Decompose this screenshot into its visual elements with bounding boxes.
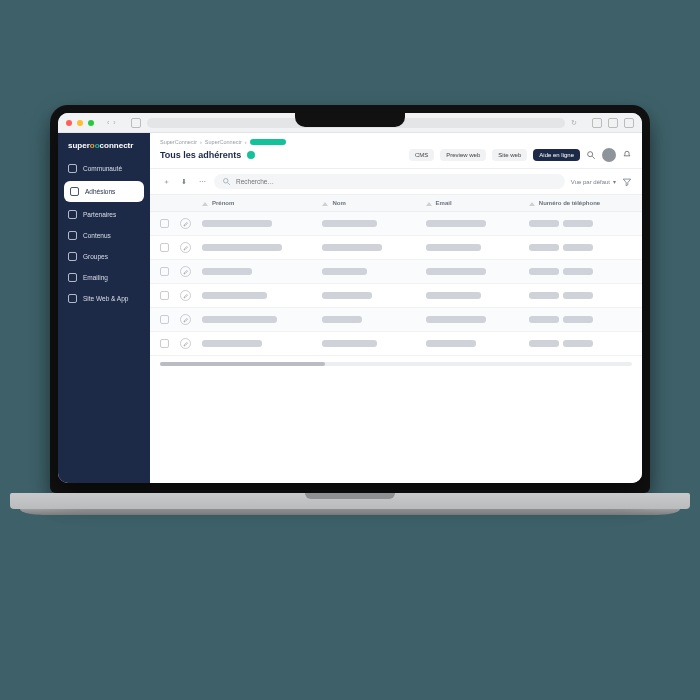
cell-redacted [563,220,593,227]
cell-redacted [426,268,486,275]
sidebar-item-communaute[interactable]: Communauté [58,158,150,179]
monitor-icon [68,294,77,303]
edit-icon[interactable] [180,314,191,325]
help-button[interactable]: Aide en ligne [533,149,580,161]
cell-redacted [202,220,272,227]
page-title: Tous les adhérents [160,150,241,160]
laptop-frame: ‹ › ↻ superooconnectr [50,105,650,515]
notch [295,113,405,127]
filter-icon[interactable] [622,177,632,187]
col-tel[interactable]: Numéro de téléphone [539,200,600,206]
table-header: Prénom Nom Email Numéro de téléphone [150,195,642,212]
cell-redacted [202,268,252,275]
window-minimize-icon[interactable] [77,120,83,126]
cms-button[interactable]: CMS [409,149,434,161]
tabs-icon[interactable] [624,118,634,128]
edit-icon[interactable] [180,218,191,229]
sidebar-item-emailing[interactable]: Emailing [58,267,150,288]
sidebar: superooconnectr Communauté Adhésions Par… [58,133,150,483]
table-row[interactable] [150,212,642,236]
sidebar-item-partenaires[interactable]: Partenaires [58,204,150,225]
sidebar-item-label: Contenus [83,232,111,239]
edit-icon[interactable] [180,242,191,253]
sidebar-item-siteweb-app[interactable]: Site Web & App [58,288,150,309]
mail-icon [68,273,77,282]
brand-part2: connectr [100,141,134,150]
sort-icon[interactable] [529,200,535,206]
cell-redacted [529,340,559,347]
sidebar-item-groupes[interactable]: Groupes [58,246,150,267]
search-field[interactable] [236,178,557,185]
avatar[interactable] [602,148,616,162]
new-tab-icon[interactable] [608,118,618,128]
col-nom[interactable]: Nom [332,200,345,206]
sidebar-item-label: Adhésions [85,188,115,195]
sort-icon[interactable] [322,200,328,206]
window-zoom-icon[interactable] [88,120,94,126]
sort-icon[interactable] [202,200,208,206]
row-checkbox[interactable] [160,243,169,252]
breadcrumb-current [250,139,286,145]
edit-icon[interactable] [180,290,191,301]
chevron-down-icon: ▾ [613,178,616,185]
svg-line-3 [228,183,230,185]
cell-redacted [563,340,593,347]
table-row[interactable] [150,284,642,308]
cell-redacted [563,292,593,299]
search-icon[interactable] [586,150,596,160]
cell-redacted [322,268,367,275]
news-icon [68,231,77,240]
cell-redacted [322,220,377,227]
sidebar-item-adhesions[interactable]: Adhésions [64,181,144,202]
more-button[interactable]: ⋯ [196,176,208,188]
window-close-icon[interactable] [66,120,72,126]
cell-redacted [426,340,476,347]
edit-icon[interactable] [180,338,191,349]
bell-icon[interactable] [622,150,632,160]
edit-icon[interactable] [180,266,191,277]
site-web-button[interactable]: Site web [492,149,527,161]
row-checkbox[interactable] [160,219,169,228]
sidebar-item-contenus[interactable]: Contenus [58,225,150,246]
sidebar-item-label: Site Web & App [83,295,128,302]
search-input[interactable] [214,174,565,189]
laptop-foot [20,509,680,515]
cell-redacted [322,340,377,347]
screen: ‹ › ↻ superooconnectr [58,113,642,483]
horizontal-scrollbar[interactable] [160,362,632,366]
table-row[interactable] [150,236,642,260]
table-row[interactable] [150,308,642,332]
breadcrumb-item[interactable]: SuperConnectr [205,139,242,145]
group-icon [68,252,77,261]
reload-icon[interactable]: ↻ [571,119,577,127]
table-row[interactable] [150,332,642,356]
cell-redacted [426,244,481,251]
forward-icon[interactable]: › [113,119,115,126]
breadcrumb-item[interactable]: SuperConnectr [160,139,197,145]
view-selector[interactable]: Vue par défaut ▾ [571,178,616,185]
cell-redacted [322,316,362,323]
preview-web-button[interactable]: Preview web [440,149,486,161]
brand-part1: super [68,141,90,150]
row-checkbox[interactable] [160,267,169,276]
main-panel: SuperConnectr › SuperConnectr › Tous les… [150,133,642,483]
cell-redacted [202,316,277,323]
row-checkbox[interactable] [160,339,169,348]
cell-redacted [529,268,559,275]
members-table: Prénom Nom Email Numéro de téléphone [150,195,642,483]
sidebar-item-label: Groupes [83,253,108,260]
add-button[interactable]: ＋ [160,176,172,188]
table-row[interactable] [150,260,642,284]
col-prenom[interactable]: Prénom [212,200,234,206]
cell-redacted [426,220,486,227]
col-email[interactable]: Email [436,200,452,206]
row-checkbox[interactable] [160,291,169,300]
share-icon[interactable] [592,118,602,128]
brand-logo[interactable]: superooconnectr [58,133,150,158]
scrollbar-thumb[interactable] [160,362,325,366]
back-icon[interactable]: ‹ [107,119,109,126]
sort-icon[interactable] [426,200,432,206]
row-checkbox[interactable] [160,315,169,324]
cell-redacted [563,268,593,275]
download-button[interactable]: ⬇ [178,176,190,188]
